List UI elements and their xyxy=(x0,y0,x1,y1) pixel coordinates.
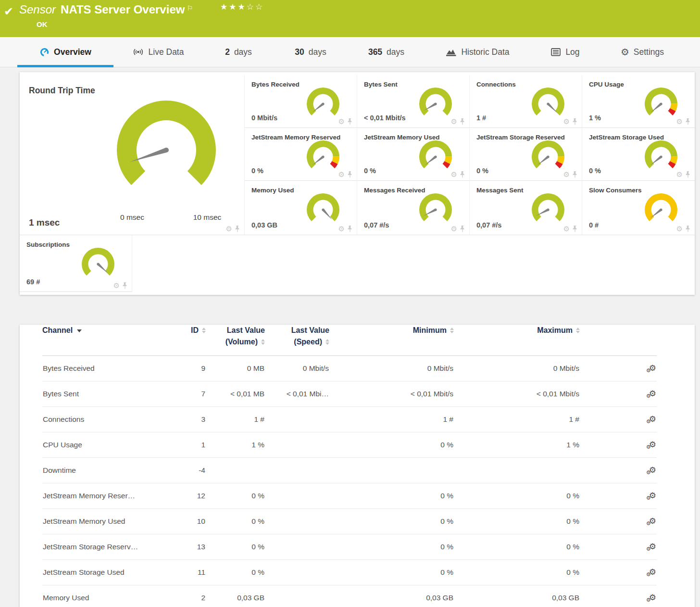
column-header-minimum[interactable]: Minimum xyxy=(329,325,454,356)
channel-settings-gears-icon[interactable]: ⚙⚙ xyxy=(649,568,656,576)
gauge-tile-jetstream-storage-reserved: JetStream Storage Reserved0 %⚙ xyxy=(470,128,582,181)
gauge-title: Slow Consumers xyxy=(589,187,642,194)
channel-settings-gears-icon[interactable]: ⚙⚙ xyxy=(649,517,656,525)
channels-panel: Channel ID Last Value(Volume) Last Value… xyxy=(20,325,695,607)
id-cell: 10 xyxy=(187,509,206,534)
gauge-tile-jetstream-memory-reserved: JetStream Memory Reserved0 %⚙ xyxy=(245,128,357,181)
table-row-jetstream-storage-used: JetStream Storage Used110 %0 %0 %⚙⚙ xyxy=(42,560,657,585)
column-header-last-value-speed[interactable]: Last Value(Speed) xyxy=(265,325,329,356)
id-cell: 9 xyxy=(187,356,206,381)
min-cell: 0 % xyxy=(329,483,454,509)
pin-icon[interactable] xyxy=(235,226,240,232)
id-cell: 2 xyxy=(187,585,206,607)
gauge-scale-min: 0 msec xyxy=(106,213,159,222)
gauge-value: 0,03 GB xyxy=(251,221,277,229)
column-header-id[interactable]: ID xyxy=(187,325,206,356)
pin-icon[interactable] xyxy=(347,226,353,232)
gear-icon[interactable]: ⚙ xyxy=(226,225,232,232)
tab-label: days xyxy=(387,47,404,57)
pin-icon[interactable] xyxy=(347,171,353,178)
channel-settings-gears-icon[interactable]: ⚙⚙ xyxy=(649,415,656,423)
channel-settings-gears-icon[interactable]: ⚙⚙ xyxy=(649,543,656,551)
channel-settings-gears-icon[interactable]: ⚙⚙ xyxy=(649,390,656,398)
tab-live-data[interactable]: Live Data xyxy=(113,37,202,67)
status-check-icon: ✔ xyxy=(4,5,13,18)
channel-settings-gears-icon[interactable]: ⚙⚙ xyxy=(649,441,656,449)
min-cell: < 0,01 Mbit/s xyxy=(329,381,454,407)
tab-historic-data[interactable]: Historic Data xyxy=(426,37,529,67)
gear-icon[interactable]: ⚙ xyxy=(563,118,570,125)
pin-icon[interactable] xyxy=(122,282,128,289)
table-row-downtime: Downtime-4⚙⚙ xyxy=(42,458,657,483)
channel-settings-gears-icon[interactable]: ⚙⚙ xyxy=(649,492,656,500)
channel-settings-gears-icon[interactable]: ⚙⚙ xyxy=(649,466,656,474)
tab-log[interactable]: Log xyxy=(529,37,601,67)
sort-icon xyxy=(576,328,580,334)
column-header-maximum[interactable]: Maximum xyxy=(454,325,580,356)
channel-cell: Connections xyxy=(42,407,187,432)
gear-icon[interactable]: ⚙ xyxy=(451,171,457,178)
gauge-tile-messages-received: Messages Received0,07 #/s⚙ xyxy=(357,181,470,235)
gear-icon[interactable]: ⚙ xyxy=(113,282,120,289)
tab-30-days[interactable]: 30days xyxy=(275,37,347,67)
id-cell: -4 xyxy=(187,458,206,483)
speed-cell xyxy=(265,509,329,534)
tab-label: days xyxy=(234,47,252,57)
tab-label: Historic Data xyxy=(461,47,509,57)
gauge-title: Memory Used xyxy=(251,187,294,194)
pin-icon[interactable] xyxy=(460,171,465,178)
pin-icon[interactable] xyxy=(572,226,578,232)
id-cell: 3 xyxy=(187,407,206,432)
gauge-tile-cpu-usage: CPU Usage1 %⚙ xyxy=(582,75,695,128)
gear-icon[interactable]: ⚙ xyxy=(563,225,570,232)
pin-icon[interactable] xyxy=(685,118,691,125)
tab-number: 2 xyxy=(225,47,230,57)
gauges-panel: Round Trip Time 0 msec 10 msec 1 msec ⚙ … xyxy=(20,72,695,295)
channels-table: Channel ID Last Value(Volume) Last Value… xyxy=(42,325,657,607)
channel-settings-gears-icon[interactable]: ⚙⚙ xyxy=(649,594,656,602)
column-header-last-value-volume[interactable]: Last Value(Volume) xyxy=(206,325,265,356)
gauge-value: 0 % xyxy=(364,167,376,175)
pin-icon[interactable] xyxy=(685,226,691,232)
gear-icon[interactable]: ⚙ xyxy=(563,171,570,178)
max-cell: < 0,01 Mbit/s xyxy=(454,381,580,407)
gauge-value: 1 # xyxy=(476,114,486,122)
flag-icon[interactable]: ⚐ xyxy=(187,4,193,12)
volume-cell: 0 % xyxy=(206,483,265,509)
column-header-channel[interactable]: Channel xyxy=(42,325,187,356)
pin-icon[interactable] xyxy=(460,118,465,125)
gear-icon[interactable]: ⚙ xyxy=(676,118,683,125)
tab-settings[interactable]: ⚙Settings xyxy=(601,37,683,67)
pin-icon[interactable] xyxy=(460,226,465,232)
gear-icon[interactable]: ⚙ xyxy=(338,225,345,232)
round-trip-time-gauge xyxy=(92,93,241,209)
channel-cell: Downtime xyxy=(42,458,187,483)
gauge-tile-messages-sent: Messages Sent0,07 #/s⚙ xyxy=(470,181,582,235)
historic-data-icon xyxy=(446,48,457,57)
gear-icon[interactable]: ⚙ xyxy=(676,225,683,232)
pin-icon[interactable] xyxy=(572,118,578,125)
live-data-icon xyxy=(132,48,144,56)
gear-icon[interactable]: ⚙ xyxy=(451,118,457,125)
channel-cell: Bytes Received xyxy=(42,356,187,381)
tab-2-days[interactable]: 2days xyxy=(202,37,275,67)
channel-settings-gears-icon[interactable]: ⚙⚙ xyxy=(649,364,656,372)
priority-stars[interactable]: ★★★☆☆ xyxy=(220,2,264,12)
speed-cell xyxy=(265,560,329,585)
max-cell: 1 % xyxy=(454,432,580,458)
table-row-memory-used: Memory Used20,03 GB0,03 GB0,03 GB⚙⚙ xyxy=(42,585,657,607)
channel-cell: CPU Usage xyxy=(42,432,187,458)
pin-icon[interactable] xyxy=(685,171,691,178)
max-cell: 0 % xyxy=(454,483,580,509)
gear-icon[interactable]: ⚙ xyxy=(451,225,457,232)
gauge-chart xyxy=(299,190,347,230)
gauge-chart xyxy=(524,190,572,230)
tab-overview[interactable]: Overview xyxy=(17,37,113,67)
tab-365-days[interactable]: 365days xyxy=(347,37,426,67)
table-row-cpu-usage: CPU Usage11 %0 %1 %⚙⚙ xyxy=(42,432,657,458)
pin-icon[interactable] xyxy=(347,118,353,125)
gear-icon[interactable]: ⚙ xyxy=(338,171,345,178)
gear-icon[interactable]: ⚙ xyxy=(338,118,345,125)
gear-icon[interactable]: ⚙ xyxy=(676,171,683,178)
pin-icon[interactable] xyxy=(572,171,578,178)
